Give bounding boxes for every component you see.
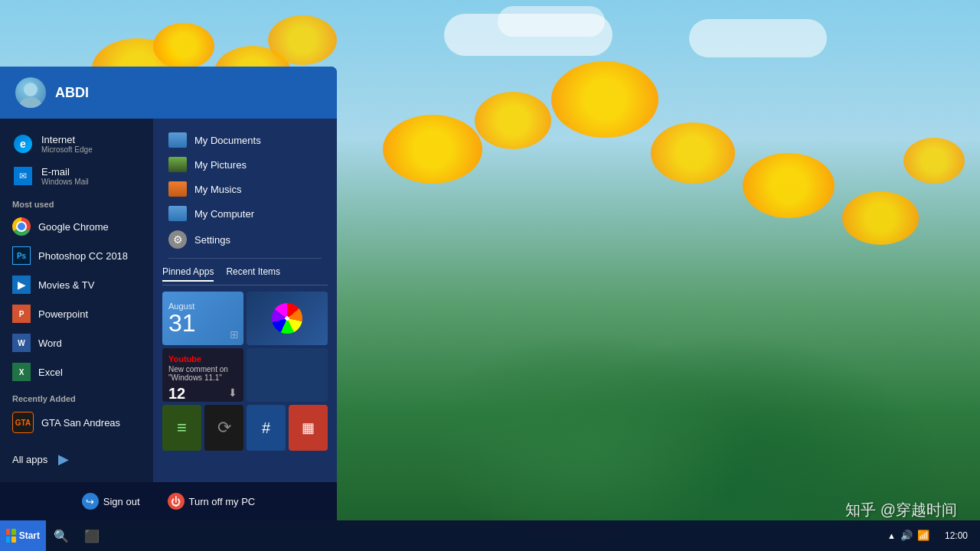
most-used-movies[interactable]: ▶ Movies & TV — [0, 270, 153, 299]
most-used-powerpoint[interactable]: P Powerpoint — [0, 299, 153, 328]
most-used-photoshop[interactable]: Ps Photoshop CC 2018 — [0, 241, 153, 270]
youtube-count: 12 — [168, 385, 185, 402]
svg-point-0 — [24, 83, 38, 96]
user-name: ABDI — [55, 85, 89, 101]
tray-arrow-icon[interactable]: ▲ — [887, 531, 896, 540]
photoshop-label: Photoshop CC 2018 — [38, 250, 128, 262]
calendar-day: 31 — [168, 311, 237, 335]
power-icon: ⏻ — [168, 493, 185, 510]
mail-logo: ✉ — [14, 167, 32, 185]
user-avatar — [15, 77, 46, 108]
calendar-month: August — [168, 302, 237, 311]
documents-label: My Documents — [194, 135, 261, 146]
wifi-icon[interactable]: 📶 — [917, 530, 929, 541]
search-taskbar-icon[interactable]: 🔍 — [46, 520, 77, 551]
calc-tile[interactable]: # — [247, 405, 286, 451]
word-icon: W — [12, 334, 31, 352]
pictures-label: My Pictures — [194, 159, 247, 171]
tulip-decoration — [842, 191, 919, 245]
taskbar-right: ▲ 🔊 📶 12:00 — [881, 530, 980, 543]
tab-pinned-apps[interactable]: Pinned Apps — [162, 266, 214, 282]
cloud-decoration — [498, 6, 605, 37]
edge-logo: e — [14, 135, 32, 153]
settings-gear-icon: ⚙ — [168, 230, 187, 249]
edge-icon: e — [12, 133, 34, 155]
tulip-decoration — [903, 138, 965, 184]
right-panel: My Documents My Pictures My Musics My Co… — [153, 119, 337, 482]
signout-label: Sign out — [103, 496, 140, 507]
system-clock[interactable]: 12:00 — [939, 530, 974, 543]
musics-label: My Musics — [194, 184, 241, 195]
news-tile[interactable]: ▦ — [289, 405, 328, 451]
task-view-icon[interactable]: ⬛ — [77, 520, 107, 551]
tulip-decoration — [551, 61, 658, 138]
most-used-word[interactable]: W Word — [0, 328, 153, 357]
folder-documents[interactable]: My Documents — [162, 128, 328, 152]
all-apps-arrow: ▶ — [58, 451, 69, 468]
word-label: Word — [38, 337, 62, 349]
windows-logo — [6, 529, 16, 543]
chrome-label: Google Chrome — [38, 221, 109, 233]
paint-tile[interactable] — [247, 292, 328, 345]
email-item[interactable]: ✉ E-mail Windows Mail — [0, 160, 153, 192]
email-sublabel: Windows Mail — [41, 178, 89, 187]
desktop: 知乎 @穿越时间 ABDI e — [0, 0, 980, 551]
calc-icon: # — [262, 419, 270, 437]
small-tiles-row: ≡ ⟳ # ▦ — [162, 405, 328, 451]
all-apps-item[interactable]: All apps ▶ — [0, 439, 153, 473]
chrome-icon — [12, 217, 31, 236]
volume-icon[interactable]: 🔊 — [900, 530, 913, 541]
groovy-icon: ⟳ — [217, 418, 231, 438]
computer-label: My Computer — [194, 208, 254, 220]
most-used-excel[interactable]: X Excel — [0, 357, 153, 386]
calendar-tile[interactable]: August 31 ⊞ — [162, 292, 243, 345]
youtube-message: New comment on "Windows 11.1" — [168, 365, 237, 382]
power-button[interactable]: ⏻ Turn off my PC — [162, 490, 262, 513]
start-label: Start — [19, 530, 40, 541]
folder-musics[interactable]: My Musics — [162, 177, 328, 201]
signout-button[interactable]: ↪ Sign out — [76, 490, 146, 513]
tab-recent-items[interactable]: Recent Items — [226, 266, 280, 282]
signout-icon: ↪ — [82, 493, 99, 510]
svg-point-1 — [20, 97, 41, 108]
computer-folder-icon — [168, 206, 187, 221]
photoshop-icon: Ps — [12, 246, 31, 265]
folder-pictures[interactable]: My Pictures — [162, 152, 328, 177]
musics-folder-icon — [168, 181, 187, 197]
internet-sublabel: Microsoft Edge — [41, 145, 93, 155]
youtube-title: Youtube — [168, 354, 237, 364]
documents-folder-icon — [168, 132, 187, 148]
menu-footer: ↪ Sign out ⏻ Turn off my PC — [0, 482, 337, 520]
start-menu: ABDI e Internet Microsoft Edge — [0, 67, 337, 520]
settings-label: Settings — [194, 234, 230, 246]
pinned-tabs: Pinned Apps Recent Items — [162, 266, 328, 285]
folder-computer[interactable]: My Computer — [162, 201, 328, 226]
movies-label: Movies & TV — [38, 279, 94, 291]
most-used-chrome[interactable]: Google Chrome — [0, 212, 153, 241]
calendar-grid-icon: ⊞ — [230, 328, 239, 341]
internet-label: Internet — [41, 134, 93, 145]
right-panel-divider — [168, 258, 322, 259]
watermark: 知乎 @穿越时间 — [845, 500, 957, 520]
tiles-grid: August 31 ⊞ — [162, 292, 328, 345]
placeholder-tile[interactable] — [247, 348, 328, 402]
news-icon: ▦ — [302, 419, 315, 436]
groovy-tile[interactable]: ⟳ — [204, 405, 243, 451]
start-button[interactable]: Start — [0, 520, 46, 551]
tulip-decoration — [475, 92, 551, 149]
movies-icon: ▶ — [12, 276, 31, 294]
recently-added-label: Recently Added — [0, 386, 153, 406]
taskbar: Start 🔍 ⬛ ▲ 🔊 📶 12:00 — [0, 520, 980, 551]
notepad-tile[interactable]: ≡ — [162, 405, 201, 451]
internet-item[interactable]: e Internet Microsoft Edge — [0, 128, 153, 160]
youtube-tile[interactable]: Youtube New comment on "Windows 11.1" 12… — [162, 348, 243, 402]
left-panel: e Internet Microsoft Edge ✉ E-mail Windo… — [0, 119, 153, 482]
task-view-glyph: ⬛ — [84, 529, 100, 543]
user-header: ABDI — [0, 67, 337, 119]
logo-q2 — [11, 529, 15, 535]
excel-icon: X — [12, 363, 31, 381]
recently-added-gta[interactable]: GTA GTA San Andreas — [0, 406, 153, 439]
youtube-download-icon: ⬇ — [228, 386, 237, 399]
settings-item[interactable]: ⚙ Settings — [162, 226, 328, 253]
logo-q3 — [6, 536, 10, 543]
